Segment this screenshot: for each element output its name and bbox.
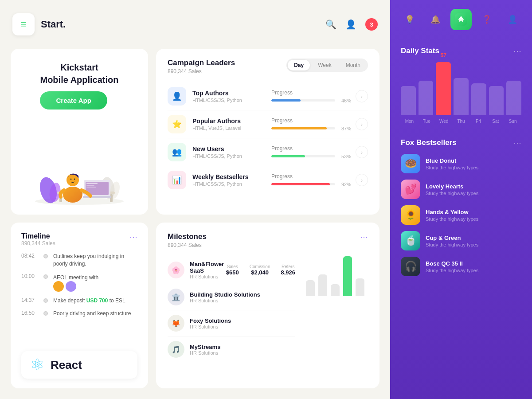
product-sub-2: Study the highway types — [426, 216, 521, 222]
header: ≡ Start. 🔍 👤 3 — [0, 0, 390, 49]
svg-point-17 — [74, 179, 75, 180]
nav-icon-help[interactable]: ❓ — [476, 9, 497, 30]
timeline-item-0: 08:42 Outlines keep you indulging in poo… — [21, 253, 137, 268]
stats-menu[interactable]: ⋯ — [513, 46, 521, 56]
ms-name-3: MyStreams — [190, 344, 295, 350]
tl-time-1: 10:00 — [21, 273, 38, 279]
timeline-item-2: 14:37 Make deposit USD 700 to ESL — [21, 297, 137, 305]
ms-icon-3: 🎵 — [168, 341, 184, 358]
product-thumb-0: 🍩 — [401, 154, 420, 173]
milestones-header: Milestones 890,344 Sales ⋯ — [168, 232, 368, 248]
progress-pct-0: 46% — [339, 98, 351, 103]
row-arrow-2[interactable]: › — [356, 146, 368, 158]
tl-time-3: 16:50 — [21, 310, 38, 316]
row-arrow-1[interactable]: › — [356, 118, 368, 130]
ms-name-0: Man&Flower SaaS — [190, 261, 226, 274]
tl-text-3: Poorly driving and keep structure — [53, 310, 131, 317]
fox-title: Fox Bestsellers — [401, 138, 457, 147]
author-tech-3: HTML/CSS/JS, Python — [192, 181, 271, 187]
product-info-3: Cup & Green Study the highway types — [426, 235, 521, 247]
ms-stats-0: Sales $650 Comission $2,040 Refers 8,926 — [226, 264, 295, 276]
milestones-menu[interactable]: ⋯ — [360, 232, 368, 242]
tab-day[interactable]: Day — [288, 60, 310, 70]
svg-point-14 — [63, 187, 82, 203]
tab-month[interactable]: Month — [340, 60, 367, 70]
product-row-0[interactable]: 🍩 Blue Donut Study the highway types — [401, 154, 521, 173]
chart-bar-fri — [471, 83, 486, 115]
daily-stats: Daily Stats ⋯ 57 Mon Tue Wed Thu Fri Sat… — [390, 39, 532, 131]
day-tue: Tue — [418, 119, 435, 124]
tl-avatars — [53, 281, 98, 292]
create-app-button[interactable]: Create App — [40, 91, 107, 110]
nav-icon-bulb[interactable]: 💡 — [399, 9, 420, 30]
product-thumb-3: 🍵 — [401, 231, 420, 250]
search-icon[interactable]: 🔍 — [325, 19, 336, 30]
progress-pct-1: 87% — [339, 126, 351, 131]
author-icon-0: 👤 — [168, 87, 186, 106]
milestones-card: Milestones 890,344 Sales ⋯ 🌸 Man&Flower … — [156, 223, 379, 388]
chart-bar-wed: 57 — [436, 62, 451, 115]
user-icon[interactable]: 👤 — [345, 19, 356, 30]
day-wed: Wed — [435, 119, 453, 124]
tl-dot-1 — [43, 274, 48, 279]
ms-icon-2: 🦊 — [168, 315, 184, 332]
ms-bar-1 — [318, 274, 327, 297]
author-row-3: 📊 Weekly Bestsellers HTML/CSS/JS, Python… — [168, 166, 368, 194]
svg-rect-13 — [86, 187, 96, 188]
product-row-3[interactable]: 🍵 Cup & Green Study the highway types — [401, 231, 521, 250]
fox-bestsellers: Fox Bestsellers ⋯ 🍩 Blue Donut Study the… — [390, 131, 532, 399]
product-row-1[interactable]: 💕 Lovely Hearts Study the highway types — [401, 180, 521, 199]
product-row-2[interactable]: 🌻 Hands & Yellow Study the highway types — [401, 205, 521, 225]
campaign-tabs: Day Week Month — [286, 59, 368, 72]
progress-section-0: Progress 46% — [271, 90, 351, 103]
timeline-item-3: 16:50 Poorly driving and keep structure — [21, 310, 137, 317]
progress-label-2: Progress — [271, 145, 351, 152]
peak-label: 57 — [441, 52, 446, 59]
tl-text-0: Outlines keep you indulging in poorly dr… — [53, 253, 137, 268]
campaign-title: Campaign Leaders — [168, 59, 235, 67]
content-grid: Kickstart Mobile Application Create App — [0, 49, 390, 399]
timeline-menu[interactable]: ⋯ — [129, 232, 137, 242]
stats-title: Daily Stats — [401, 47, 439, 55]
author-info-2: New Users HTML/CSS/JS, Python — [192, 145, 271, 159]
product-info-0: Blue Donut Study the highway types — [426, 157, 521, 170]
author-row-0: 👤 Top Authors HTML/CSS/JS, Python Progre… — [168, 82, 368, 110]
milestone-row-0: 🌸 Man&Flower SaaS HR Solutions Sales $65… — [168, 256, 295, 284]
nav-icon-bell[interactable]: 🔔 — [425, 9, 446, 30]
tab-week[interactable]: Week — [312, 60, 337, 70]
product-row-4[interactable]: 🎧 Bose QC 35 II Study the highway types — [401, 257, 521, 276]
timeline-item-1: 10:00 AEOL meeting with — [21, 273, 137, 292]
author-icon-2: 👥 — [168, 143, 186, 161]
tl-dot-0 — [43, 254, 48, 258]
ms-stat-commission: Comission $2,040 — [250, 264, 270, 276]
author-info-0: Top Authors HTML/CSS/JS, Python — [192, 90, 271, 103]
campaign-header: Campaign Leaders 890,344 Sales Day Week … — [168, 59, 368, 74]
author-name-2: New Users — [192, 145, 271, 153]
row-arrow-3[interactable]: › — [356, 174, 368, 186]
tl-dot-3 — [43, 311, 48, 316]
ms-icon-0: 🌸 — [168, 262, 184, 278]
tl-dot-2 — [43, 298, 48, 303]
product-name-2: Hands & Yellow — [426, 209, 521, 215]
product-info-1: Lovely Hearts Study the highway types — [426, 183, 521, 196]
row-arrow-0[interactable]: › — [356, 90, 368, 102]
notification-badge[interactable]: 3 — [365, 18, 378, 31]
progress-label-3: Progress — [271, 173, 351, 180]
author-name-0: Top Authors — [192, 90, 271, 97]
chart-bar-tue — [419, 81, 434, 115]
product-name-4: Bose QC 35 II — [426, 260, 521, 267]
fox-menu[interactable]: ⋯ — [513, 138, 521, 148]
product-name-1: Lovely Hearts — [426, 183, 521, 190]
product-sub-3: Study the highway types — [426, 242, 521, 247]
author-tech-0: HTML/CSS/JS, Python — [192, 98, 271, 103]
nav-icon-fox[interactable] — [450, 9, 472, 30]
nav-icon-user[interactable]: 👤 — [502, 9, 523, 30]
ms-sub-1: HR Solutions — [190, 298, 295, 303]
timeline-title-group: Timeline 890,344 Sales — [21, 232, 55, 246]
svg-rect-11 — [86, 183, 98, 184]
progress-label-1: Progress — [271, 117, 351, 124]
product-sub-1: Study the highway types — [426, 191, 521, 196]
tl-text-2: Make deposit USD 700 to ESL — [53, 297, 125, 305]
day-sun: Sun — [504, 119, 521, 124]
ms-bar-4 — [356, 278, 364, 297]
